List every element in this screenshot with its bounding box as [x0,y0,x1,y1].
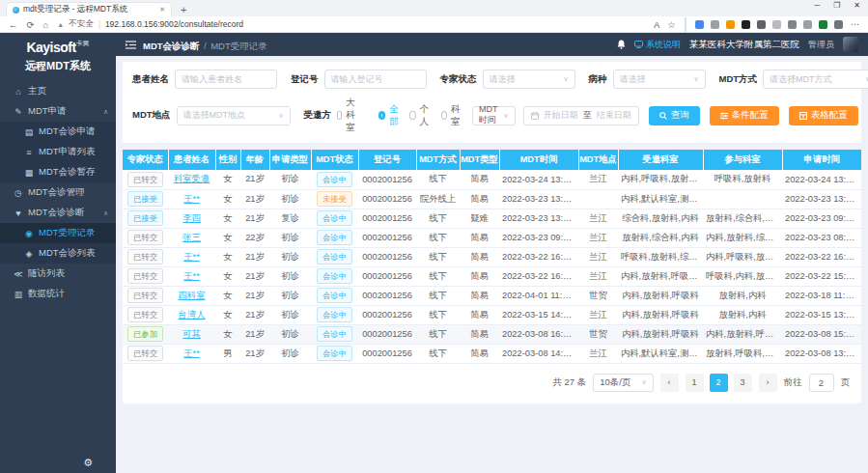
minimize-icon[interactable]: ─ [814,1,820,10]
invited-depts-cell: 放射科,综合科,内科 [618,228,703,247]
extension-icon[interactable] [757,20,766,29]
mdt-mode-select[interactable]: 请选择MDT方式∨ [763,70,868,89]
tab-title: mdt受理记录 - 远程MDT系统 [23,4,155,15]
patient-name-link[interactable]: 王** [183,348,200,358]
joined-depts-cell: 呼吸科,内科,放射科,影像科 [703,266,782,286]
maximize-icon[interactable]: ❐ [833,1,840,10]
goto-page-input[interactable]: 2 [809,374,834,392]
app-header: MDT会诊诊断 / MDT受理记录 系统说明 某某医科大学附属第二医院 管理员 [116,33,868,56]
patient-name-link[interactable]: 王** [183,194,200,204]
extension-icon[interactable] [726,20,735,29]
tab-close-icon[interactable]: ✕ [159,6,165,14]
sidebar-item-home[interactable]: ⌂主页 [0,81,116,101]
reg-no-input[interactable]: 请输入登记号 [324,70,427,89]
extension-icon[interactable] [819,20,827,29]
mdt-place-select[interactable]: 请选择MDT地点∨ [177,106,291,125]
patient-name-link[interactable]: 台湾人 [179,310,206,320]
mdt-place-cell: 兰江 [578,266,618,286]
page-button-3[interactable]: 3 [734,374,752,392]
joined-depts-cell: 内科,放射科,呼吸科,测试科室 [703,324,782,344]
sidebar-item-mdt-record[interactable]: ◉MDT受理记录 [0,223,116,243]
sidebar-item-mdt-apply[interactable]: ✎MDT申请∧ [0,101,116,122]
invited-depts-cell: 内科,默认科室,测试科室 [618,344,703,363]
table-config-button[interactable]: 表格配置 [789,106,858,125]
home-icon[interactable]: ⌂ [42,19,48,30]
bell-icon[interactable] [617,40,626,49]
column-header: MDT地点 [578,150,618,170]
disease-select[interactable]: 请选择∨ [613,70,706,89]
status-cell: 李四 [168,209,215,228]
patient-name-link[interactable]: 张三 [182,233,201,242]
time-field-select[interactable]: MDT时间∨ [472,106,516,125]
extension-icon[interactable] [803,20,812,29]
new-tab-button[interactable]: + [181,3,186,16]
expert-status-select[interactable]: 请选择∨ [483,70,575,89]
browser-tab[interactable]: mdt受理记录 - 远程MDT系统 ✕ [6,2,172,16]
close-icon[interactable]: ✕ [854,1,860,10]
table-row: 已转交张三女22岁初诊会诊中0002001256线下简易2022-03-23 0… [123,228,861,247]
page-button-2[interactable]: 2 [710,374,728,392]
patient-name-link[interactable]: 四科室 [179,291,206,300]
page-button-1[interactable]: 1 [686,374,704,392]
sidebar-item-mdt-manage[interactable]: ◷MDT会诊管理 [0,182,116,203]
read-aloud-icon[interactable]: A [654,19,659,30]
records-table: 专家状态患者姓名性别年龄申请类型MDT状态登记号MDT方式MDT类型MDT时间M… [123,150,861,364]
settings-gear-icon[interactable]: ⚙ [83,457,93,469]
column-header: 年龄 [240,150,269,170]
table-body: 已转交科室受邀女21岁初诊会诊中0002001256线下简易2022-03-24… [123,170,861,363]
mdt-status-tag: 未接受 [317,191,352,207]
extension-icon[interactable] [711,20,719,29]
expert-status-tag: 已接受 [127,191,163,207]
page-size-select[interactable]: 10条/页 ∨ [593,374,653,392]
patient-name-link[interactable]: 王** [183,271,200,281]
url-field[interactable]: ▲ 不安全 | 192.168.0.156:9002/consultate/re… [57,18,243,30]
patient-name-link[interactable]: 可其 [182,329,201,339]
patient-name-link[interactable]: 李四 [182,213,201,223]
extension-icon[interactable] [742,20,750,29]
favorite-star-icon[interactable]: ☆ [667,19,676,30]
extension-icon[interactable] [772,20,781,29]
gender-cell: 女 [215,286,240,305]
invited-depts-cell: 内科,放射科,呼吸科,影像科 [618,266,703,286]
age-cell: 21岁 [240,324,269,344]
date-end-placeholder: 结束日期 [597,109,631,122]
patient-name-input[interactable]: 请输入患者姓名 [175,70,277,89]
patient-name-link[interactable]: 王** [183,252,200,262]
extension-icon[interactable] [788,20,797,29]
sidebar-item-label: MDT会诊管理 [28,186,85,199]
search-button[interactable]: 查询 [649,106,700,125]
mdt-mode-cell: 院外线上 [416,189,460,209]
invitee-radio-个人[interactable]: 个人 [409,103,432,128]
user-avatar[interactable] [843,37,858,52]
patient-name-link[interactable]: 科室受邀 [174,174,210,183]
invitee-radio-科室[interactable]: 科室 [441,103,463,128]
refresh-icon[interactable]: ⟳ [27,19,35,30]
extension-icon[interactable] [695,20,704,29]
age-cell: 22岁 [240,228,269,247]
column-header: 患者姓名 [168,150,215,170]
condition-config-button[interactable]: 条件配置 [710,106,779,125]
sidebar: Kayisoft卡翼 远程MDT系统 ⌂主页✎MDT申请∧▤MDT会诊申请≡MD… [0,33,116,473]
date-range-picker[interactable]: 开始日期 至 结束日期 [523,106,639,125]
site-favicon-icon [13,7,19,14]
extensions-row [695,20,843,29]
extension-icon[interactable] [834,20,843,29]
sidebar-item-data-stats[interactable]: ▥数据统计 [0,284,116,304]
edit-icon: ✎ [13,107,24,117]
collapse-sidebar-icon[interactable] [126,41,136,49]
next-page-button[interactable]: › [759,374,777,392]
sidebar-item-mdt-consult-apply[interactable]: ▤MDT会诊申请 [0,122,116,142]
more-menu-icon[interactable]: ⋯ [851,19,859,29]
prev-page-button[interactable]: ‹ [660,374,679,392]
sidebar-item-mdt-consult-list[interactable]: ◈MDT会诊列表 [0,243,116,264]
sidebar-item-followup-list[interactable]: ≪随访列表 [0,264,116,284]
mdt-mode-cell: 线下 [416,266,460,286]
system-note-button[interactable]: 系统说明 [634,39,681,51]
back-icon[interactable]: ← [9,19,18,30]
invitee-radio-全部[interactable]: 全部 [378,103,401,128]
sidebar-item-mdt-apply-list[interactable]: ≡MDT申请列表 [0,142,116,162]
big-dept-checkbox[interactable] [337,111,342,120]
sidebar-item-mdt-diagnose[interactable]: ♥MDT会诊诊断∧ [0,203,116,223]
total-count: 共 27 条 [552,376,586,389]
sidebar-item-mdt-consult-draft[interactable]: ▦MDT会诊暂存 [0,162,116,182]
